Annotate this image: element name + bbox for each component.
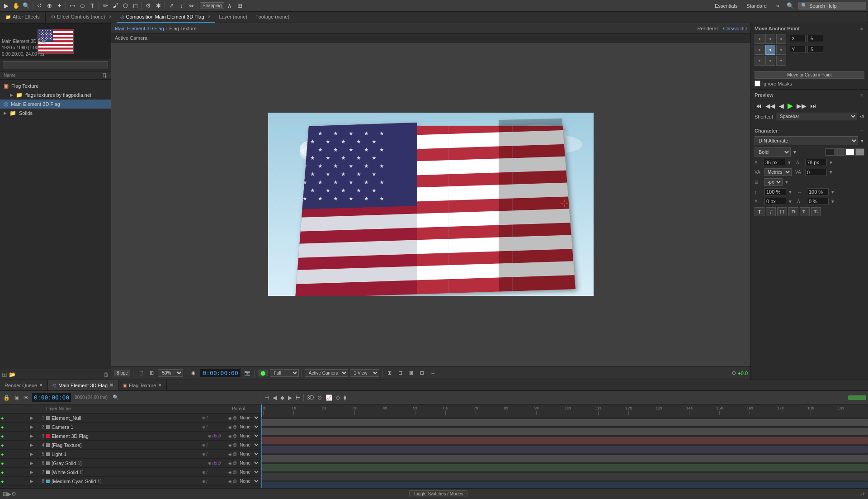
breadcrumb-flag-texture[interactable]: Flag Texture bbox=[170, 26, 197, 31]
vis-btn-8[interactable]: ● bbox=[1, 479, 7, 484]
expand-btn-2[interactable]: ▶ bbox=[30, 424, 36, 429]
tl-graph-editor[interactable]: 📈 bbox=[324, 394, 334, 401]
layer-row-2[interactable]: ● ▶ 2 Camera 1 ⊕ / bbox=[0, 423, 261, 432]
parent-select-7[interactable]: None bbox=[238, 469, 260, 475]
timeline-timecode[interactable]: 0:00:00:00 bbox=[32, 393, 71, 402]
anchor-br[interactable] bbox=[776, 56, 786, 66]
tl-keyframe-nav[interactable]: ⧫ bbox=[342, 394, 348, 401]
rect-tool[interactable]: ▭ bbox=[68, 1, 77, 10]
snap-options[interactable]: ∧ bbox=[225, 1, 234, 10]
camera-icon[interactable]: 📷 bbox=[243, 369, 252, 378]
render-queue-close[interactable]: ✕ bbox=[39, 382, 43, 388]
layer-row-6[interactable]: ● ▶ 6 [Gray Solid 1] ⊕ / fx ∅ bbox=[0, 459, 261, 468]
vis-btn-5[interactable]: ● bbox=[1, 451, 7, 457]
anchor-tr[interactable] bbox=[776, 34, 786, 44]
tl-frame-forward[interactable]: ▶ bbox=[287, 394, 293, 401]
viewer-zoom-select[interactable]: 50% 25% 100% bbox=[158, 369, 183, 377]
pen-sw-1[interactable]: / bbox=[206, 416, 208, 420]
comp-tab-close[interactable]: ✕ bbox=[208, 14, 211, 19]
font-family-expand[interactable]: ▼ bbox=[860, 138, 864, 143]
eye-sw-8[interactable]: ◉ bbox=[228, 479, 232, 484]
tl-add-keyframe[interactable]: ◇ bbox=[335, 394, 341, 401]
snapping-toggle[interactable]: Snapping bbox=[200, 2, 224, 9]
parent-select-2[interactable]: None bbox=[238, 424, 260, 430]
effect-controls-tab[interactable]: ⚙ Effect Controls (none) ✕ bbox=[47, 12, 116, 23]
puppet-tool[interactable]: ✱ bbox=[154, 1, 163, 10]
eye-sw-7[interactable]: ◉ bbox=[228, 470, 232, 475]
parent-select-4[interactable]: None bbox=[238, 442, 260, 448]
preview-skip-back[interactable]: ⏮ bbox=[755, 101, 763, 110]
shortcut-refresh-btn[interactable]: ↺ bbox=[860, 114, 864, 120]
file-item-main-comp[interactable]: ◎ Main Element 3D Flag bbox=[0, 100, 111, 109]
indent-unit-select[interactable]: -px px bbox=[764, 178, 783, 186]
expand-btn-3[interactable]: ▶ bbox=[30, 433, 36, 438]
anchor-sw-3[interactable]: ⊕ bbox=[208, 434, 212, 438]
parent-select-1[interactable]: None bbox=[238, 415, 260, 421]
camera-pan-tool[interactable]: ↕ bbox=[177, 1, 186, 10]
baseline-input[interactable] bbox=[764, 198, 786, 205]
vert-scale-input[interactable] bbox=[764, 188, 786, 195]
viewer-toggle-5[interactable]: ↔ bbox=[429, 369, 438, 378]
pen-sw-3[interactable]: / bbox=[212, 434, 213, 438]
search-btn-icon[interactable]: 🔍 bbox=[786, 1, 795, 10]
composition-tab[interactable]: ◎ Composition Main Element 3D Flag ✕ bbox=[117, 12, 215, 23]
stroke-color-swatch[interactable] bbox=[835, 148, 844, 156]
viewer-toggle-3[interactable]: ⊠ bbox=[407, 369, 416, 378]
allcaps-btn[interactable]: TT bbox=[777, 207, 787, 216]
fill-color-2[interactable] bbox=[845, 148, 854, 156]
viewer-region-icon[interactable]: ◉ bbox=[189, 369, 198, 378]
pen-sw-5[interactable]: / bbox=[206, 452, 208, 456]
layer-row-1[interactable]: ● ▶ 1 Element_Null ⊕ / bbox=[0, 413, 261, 423]
breadcrumb-comp-name[interactable]: Main Element 3D Flag bbox=[115, 26, 164, 31]
smallcaps-btn[interactable]: Tt bbox=[788, 207, 798, 216]
fill-color-swatch[interactable] bbox=[826, 148, 835, 156]
selection-tool[interactable]: ▶ bbox=[2, 1, 11, 10]
workspace-expand[interactable]: » bbox=[773, 1, 782, 10]
ellipse-tool[interactable]: ⬭ bbox=[78, 1, 87, 10]
eye-sw-5[interactable]: ◉ bbox=[228, 452, 232, 456]
tl-solo-all[interactable]: ◉ bbox=[13, 394, 20, 401]
expand-btn-5[interactable]: ▶ bbox=[30, 451, 36, 456]
layer-tab[interactable]: Layer (none) bbox=[216, 12, 251, 23]
layer-row-4[interactable]: ● ▶ 4 [Flag Texture] ⊕ / bbox=[0, 441, 261, 450]
pen-sw-7[interactable]: / bbox=[206, 470, 208, 475]
pen-tool[interactable]: ✏ bbox=[101, 1, 110, 10]
tl-markers[interactable]: ◆ bbox=[279, 394, 286, 401]
search-help-input[interactable] bbox=[809, 3, 863, 9]
preview-collapse[interactable]: ≡ bbox=[859, 93, 864, 98]
move-anchor-collapse[interactable]: ≡ bbox=[859, 26, 864, 31]
paint-sw-3[interactable]: ∅ bbox=[217, 434, 221, 438]
fx-sw-6[interactable]: fx bbox=[214, 461, 217, 466]
flag-texture-close[interactable]: ✕ bbox=[158, 382, 162, 388]
italic-btn[interactable]: T bbox=[766, 207, 776, 216]
stroke-color-2[interactable] bbox=[855, 148, 864, 156]
vis-btn-2[interactable]: ● bbox=[1, 424, 7, 430]
footage-tab[interactable]: Footage (none) bbox=[252, 12, 293, 23]
font-style-select[interactable]: Bold Regular Italic bbox=[755, 147, 791, 157]
parent-select-3[interactable]: None bbox=[238, 433, 260, 439]
vis-btn-3[interactable]: ● bbox=[1, 433, 7, 439]
eye-sw-2[interactable]: ◉ bbox=[228, 425, 232, 429]
timeline-ruler[interactable]: 0s1s2s3s4s5s6s7s8s9s10s11s12s13s14s15s16… bbox=[261, 404, 868, 418]
tl-draft-3d[interactable]: 3D bbox=[306, 394, 315, 401]
font-family-select[interactable]: DIN Alternate Arial bbox=[755, 136, 858, 145]
search-help-area[interactable]: 🔍 bbox=[798, 2, 866, 10]
main-comp-timeline-tab[interactable]: ◎ Main Element 3D Flag ✕ bbox=[48, 380, 118, 390]
expand-btn-1[interactable]: ▶ bbox=[30, 415, 36, 420]
viewer-view-select[interactable]: 1 View 2 Views 4 Views bbox=[350, 369, 379, 377]
eye-sw-4[interactable]: ◉ bbox=[228, 443, 232, 447]
viewer-bpc-btn[interactable]: 8 bpc bbox=[114, 370, 130, 376]
layer-row-8[interactable]: ● ▶ 8 [Medium Cyan Solid 1] ⊕ / bbox=[0, 477, 261, 486]
kerning-method-select[interactable]: Metrics Optical bbox=[764, 168, 792, 176]
ignore-masks-checkbox[interactable] bbox=[755, 81, 760, 86]
anchor-sw-5[interactable]: ⊕ bbox=[202, 452, 206, 456]
pen-sw-2[interactable]: / bbox=[206, 425, 208, 429]
shortcut-select[interactable]: Spacebar Numpad 0 bbox=[776, 113, 857, 120]
expand-btn-7[interactable]: ▶ bbox=[30, 470, 36, 475]
tl-work-area-start[interactable]: ⊣ bbox=[263, 394, 270, 401]
preview-skip-forward[interactable]: ⏭ bbox=[809, 101, 817, 110]
new-item-btn[interactable]: ⊞ bbox=[2, 371, 7, 378]
eye-sw-3[interactable]: ◉ bbox=[228, 434, 232, 438]
anchor-bl[interactable] bbox=[755, 56, 764, 66]
paint-tool[interactable]: 🖌 bbox=[111, 1, 120, 10]
